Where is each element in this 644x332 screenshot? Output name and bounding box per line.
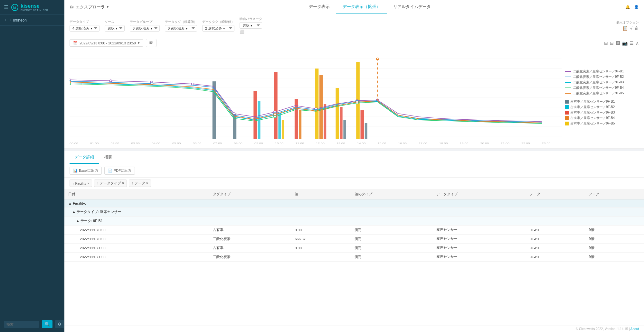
svg-rect-63 (299, 110, 301, 139)
cell-floor: 9階 (585, 226, 644, 235)
export-excel-label: Excelに出力 (79, 168, 98, 173)
filter-tag-data[interactable]: ↑ データ × (129, 180, 151, 187)
svg-rect-60 (278, 114, 281, 139)
date-range-button[interactable]: 📅 2022/09/13 0:00 - 2022/09/13 23:59 ▾ (70, 39, 143, 47)
legend-label-occ-b1: 占有率／屋席センサー／9F-B1 (571, 99, 615, 104)
svg-point-94 (356, 101, 358, 103)
svg-point-74 (109, 80, 112, 82)
filter-bar: データタイプ 4 選択済み ▾ ソース 選択 ▾ データグループ 6 選択済み … (64, 14, 644, 37)
col-data: データ (526, 189, 585, 199)
legend-bar-occ-b1 (565, 100, 569, 104)
tab-summary[interactable]: 概要 (99, 151, 117, 164)
chart-list-icon[interactable]: ☰ (630, 41, 634, 46)
custom-param-select[interactable]: 選択 ▾ (240, 22, 262, 29)
table-actions: 📊 Excelに出力 📄 PDFに出力 (64, 164, 644, 178)
search-input[interactable] (4, 321, 39, 328)
legend-item-occ-b1: 占有率／屋席センサー／9F-B1 (565, 99, 639, 104)
excel-icon: 📊 (73, 169, 78, 173)
col-floor: フロア (585, 189, 644, 199)
legend-line-co2-b4 (565, 88, 571, 88)
cell-tag-type: 占有率 (209, 244, 291, 253)
data-type-filter-group: データタイプ 4 選択済み ▾ (70, 20, 99, 32)
display-options-label: 表示オプション (616, 20, 639, 25)
legend-item-co2-b5: 二酸化炭素／屋席センサー／9F-B5 (565, 91, 639, 96)
data-tag-inst-select[interactable]: 2 選択済み ▾ (202, 25, 234, 32)
cell-floor: 9階 (585, 235, 644, 244)
hamburger-icon[interactable]: ☰ (4, 4, 8, 10)
main-content: 🗂 エクスプローラ ▾ データ表示 データ表示（拡張） リアルタイムデータ 🔔 … (64, 0, 644, 332)
cell-data: 9F-B1 (526, 226, 585, 235)
cell-floor: 9階 (585, 244, 644, 253)
tab-data-view[interactable]: データ表示 (302, 0, 336, 14)
filter-button[interactable]: ⚙ (55, 320, 64, 328)
legend-item-co2-b2: 二酸化炭素／屋席センサー／9F-B2 (565, 75, 639, 79)
export-excel-button[interactable]: 📊 Excelに出力 (70, 167, 102, 175)
cell-data-type: 座席センサー (432, 244, 526, 253)
chart-legend: 二酸化炭素／屋席センサー／9F-B1 二酸化炭素／屋席センサー／9F-B2 二酸… (562, 49, 639, 146)
datatype-collapse-icon[interactable]: ▲ (72, 210, 76, 214)
date-chevron-icon: ▾ (138, 41, 140, 45)
sidebar: ☰ ki kisense ENERGY OPTIMISER ＋ + Infine… (0, 0, 64, 332)
top-nav: 🗂 エクスプローラ ▾ データ表示 データ表示（拡張） リアルタイムデータ 🔔 … (64, 0, 644, 14)
legend-label-co2-b5: 二酸化炭素／屋席センサー／9F-B5 (573, 91, 624, 96)
about-link[interactable]: About (630, 327, 639, 331)
data-group-select[interactable]: 6 選択済み ▾ (130, 25, 160, 32)
filter-tag-facility[interactable]: ↑ Facility × (70, 180, 92, 187)
filter-tag-datatype[interactable]: ↑ データタイプ × (94, 180, 127, 187)
data-tag-acc-select[interactable]: 0 選択済み ▾ (165, 25, 197, 32)
svg-point-89 (70, 83, 71, 85)
custom-param-extra-icon[interactable]: ⬜ (240, 30, 262, 34)
add-infineon-button[interactable]: ＋ + Infineon (0, 15, 64, 26)
source-select[interactable]: 選択 ▾ (105, 25, 125, 32)
chart-stack-icon[interactable]: ⊟ (610, 41, 614, 46)
display-formula-icon[interactable]: √ (630, 26, 632, 31)
tab-realtime[interactable]: リアルタイムデータ (387, 0, 437, 14)
data-tag-inst-label: データタグ（瞬時値） (202, 20, 234, 24)
chart-grid-icon[interactable]: ⊞ (604, 41, 608, 46)
svg-text:15:00: 15:00 (378, 142, 386, 144)
logo-container: ki kisense ENERGY OPTIMISER (11, 3, 48, 11)
notification-icon[interactable]: 🔔 (625, 5, 630, 9)
legend-label-co2-b1: 二酸化炭素／屋席センサー／9F-B1 (573, 69, 624, 74)
svg-point-90 (274, 116, 276, 118)
search-button[interactable]: 🔍 (42, 320, 52, 328)
cell-date: 2022/09/13 1:00 (64, 253, 209, 262)
svg-text:12:00: 12:00 (316, 142, 325, 144)
nav-icons: 🔔 👤 (625, 5, 639, 9)
logo-icon: ki (11, 4, 19, 11)
cell-date: 2022/09/13 1:00 (64, 244, 209, 253)
export-pdf-button[interactable]: 📄 PDFに出力 (104, 167, 135, 175)
display-table-icon[interactable]: 📋 (622, 26, 628, 31)
explorer-icon: 🗂 (70, 5, 74, 9)
legend-bar-occ-b3 (565, 111, 569, 115)
legend-label-co2-b3: 二酸化炭素／屋席センサー／9F-B3 (573, 80, 624, 85)
legend-item-occ-b3: 占有率／屋席センサー／9F-B3 (565, 110, 639, 115)
svg-text:10:00: 10:00 (275, 142, 284, 144)
tab-data-detail[interactable]: データ詳細 (70, 151, 99, 164)
display-delete-icon[interactable]: 🗑 (634, 26, 639, 31)
cell-value-type: 測定 (351, 253, 432, 262)
logo-text-block: kisense ENERGY OPTIMISER (21, 3, 48, 11)
chart-image-icon[interactable]: 🖼 (616, 41, 620, 46)
data-item-collapse-icon[interactable]: ▲ (76, 219, 80, 223)
chart-collapse-icon[interactable]: ∧ (636, 41, 639, 46)
svg-rect-68 (340, 107, 343, 139)
svg-text:13:00: 13:00 (336, 142, 345, 144)
logo-subtitle: ENERGY OPTIMISER (21, 9, 48, 11)
group-row-datatype: ▲ データタイプ: 座席センサー (64, 208, 644, 217)
svg-text:07:00: 07:00 (213, 142, 222, 144)
tab-data-view-ext[interactable]: データ表示（拡張） (336, 0, 387, 14)
svg-text:18:00: 18:00 (439, 142, 448, 144)
table-row: 2022/09/13 1:00 占有率 0.00 測定 座席センサー 9F-B1… (64, 244, 644, 253)
data-group-filter-group: データグループ 6 選択済み ▾ (130, 20, 160, 32)
legend-bar-occ-b2 (565, 105, 569, 109)
explorer-nav[interactable]: 🗂 エクスプローラ ▾ (70, 4, 114, 10)
chart-photo-icon[interactable]: 📷 (622, 41, 628, 46)
user-icon[interactable]: 👤 (634, 5, 639, 9)
data-type-select[interactable]: 4 選択済み ▾ (70, 25, 99, 32)
chart-svg: 90 % 80 % 70 % 60 % 50 % 40 % 30 % 20 % … (70, 49, 562, 146)
cell-value: ... (291, 253, 351, 262)
time-unit-button[interactable]: 時 (146, 39, 156, 47)
chart-section: 📅 2022/09/13 0:00 - 2022/09/13 23:59 ▾ 時… (64, 37, 644, 149)
facility-collapse-icon[interactable]: ▲ (68, 201, 72, 205)
